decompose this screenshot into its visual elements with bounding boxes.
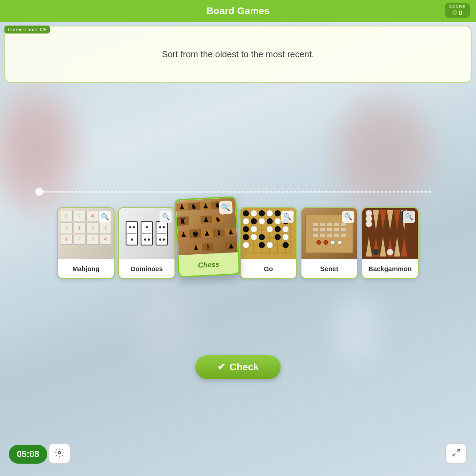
card-backgammon-label: Backgammon (368, 265, 412, 272)
svg-marker-43 (394, 210, 400, 230)
instruction-text: Sort from the oldest to the most recent. (162, 49, 314, 60)
score-value: 0 (458, 9, 462, 16)
svg-point-19 (243, 226, 249, 232)
svg-point-16 (251, 218, 257, 224)
check-button[interactable]: ✔ Check (195, 355, 281, 379)
card-go[interactable]: 🔍 Go (240, 207, 297, 279)
svg-point-29 (267, 226, 273, 232)
card-mahjong-zoom[interactable]: 🔍 (99, 211, 111, 223)
settings-button[interactable] (48, 443, 71, 464)
svg-point-58 (58, 451, 61, 454)
score-box: SCORE © 0 (445, 3, 470, 18)
settings-icon (55, 448, 64, 460)
card-mahjong-label: Mahjong (72, 265, 100, 272)
card-chess-label: Chess (198, 260, 220, 269)
svg-line-59 (457, 450, 460, 452)
svg-point-13 (243, 210, 249, 216)
check-label: Check (230, 361, 259, 373)
bg-decoration-3 (123, 264, 203, 375)
card-dominoes-label-area: Dominoes (119, 259, 175, 278)
svg-point-53 (366, 221, 372, 227)
card-dominoes-label: Dominoes (131, 265, 163, 272)
card-senet-label: Senet (320, 265, 338, 272)
svg-point-26 (259, 218, 265, 224)
svg-point-17 (267, 218, 273, 224)
svg-point-34 (283, 234, 289, 240)
svg-point-31 (243, 234, 249, 240)
svg-point-36 (259, 242, 265, 248)
expand-icon (452, 448, 461, 459)
svg-point-14 (259, 210, 265, 216)
timer-value: 05:08 (17, 449, 39, 459)
instruction-box: Sort from the oldest to the most recent. (4, 26, 472, 83)
svg-point-38 (283, 242, 289, 248)
svg-point-21 (275, 226, 281, 232)
expand-button[interactable] (445, 443, 467, 464)
svg-point-25 (243, 218, 249, 224)
svg-marker-47 (380, 237, 386, 257)
svg-point-32 (251, 234, 257, 240)
svg-marker-41 (380, 210, 386, 230)
card-dominoes[interactable]: 🔍 Dominoes (118, 207, 175, 279)
svg-marker-50 (401, 237, 407, 257)
card-mahjong[interactable]: 🀇 🀈 🀙 🀄 🀉 🀊 🀋 🀌 🀍 🀎 🀏 🀐 🔍 Mahjong (57, 207, 115, 279)
svg-marker-49 (394, 237, 400, 257)
card-senet[interactable]: 🔍 Senet (301, 207, 358, 279)
page-title: Board Games (206, 5, 269, 17)
timeline-line (43, 191, 431, 193)
svg-point-37 (267, 242, 273, 248)
check-icon: ✔ (217, 361, 225, 373)
bg-decoration-2 (326, 88, 441, 220)
card-go-label-area: Go (241, 259, 296, 278)
svg-point-33 (275, 234, 281, 240)
svg-point-35 (243, 242, 249, 248)
svg-point-27 (275, 218, 281, 224)
svg-point-30 (283, 226, 289, 232)
correct-cards-text: Correct cards: 0/6 (8, 27, 46, 32)
correct-cards-badge: Correct cards: 0/6 (4, 26, 50, 33)
card-backgammon[interactable]: 🔍 Backgammon (361, 207, 419, 279)
svg-marker-40 (373, 210, 379, 230)
timeline: → (35, 187, 441, 196)
svg-marker-42 (387, 210, 393, 230)
card-senet-zoom[interactable]: 🔍 (342, 211, 354, 223)
card-go-zoom[interactable]: 🔍 (281, 211, 294, 223)
svg-point-22 (251, 210, 257, 216)
bg-decoration-4 (326, 286, 388, 375)
svg-marker-45 (366, 237, 372, 257)
card-dominoes-zoom[interactable]: 🔍 (160, 211, 172, 223)
svg-point-28 (251, 226, 257, 232)
svg-point-23 (267, 210, 273, 216)
svg-point-15 (275, 210, 281, 216)
score-label: SCORE (449, 4, 465, 9)
timer: 05:08 (9, 445, 47, 464)
svg-point-57 (373, 249, 379, 255)
card-mahjong-label-area: Mahjong (58, 259, 114, 278)
timeline-start-dot (35, 188, 43, 196)
svg-line-60 (453, 454, 456, 456)
svg-point-56 (387, 249, 393, 255)
card-chess-zoom[interactable]: 🔍 (219, 201, 233, 215)
card-senet-label-area: Senet (301, 259, 357, 278)
card-backgammon-label-area: Backgammon (362, 259, 418, 278)
timeline-arrow-icon: → (431, 186, 441, 197)
svg-point-20 (259, 234, 265, 240)
card-chess-label-area: Chess (178, 252, 238, 276)
card-chess[interactable]: ♟ ♞ ♟ ♛ ♟ ♜ ♟ ♞ ♟ ♚ ♟ ♝ ♟ ♟ ♗ ♟ 🔍 Chess (174, 196, 240, 278)
cards-area: 🀇 🀈 🀙 🀄 🀉 🀊 🀋 🀌 🀍 🀎 🀏 🀐 🔍 Mahjong (57, 207, 419, 280)
score-icon: © (452, 9, 457, 16)
score-value-row: © 0 (452, 9, 462, 16)
card-go-label: Go (264, 265, 273, 272)
card-backgammon-zoom[interactable]: 🔍 (403, 211, 415, 223)
header: Board Games SCORE © 0 (0, 0, 476, 22)
